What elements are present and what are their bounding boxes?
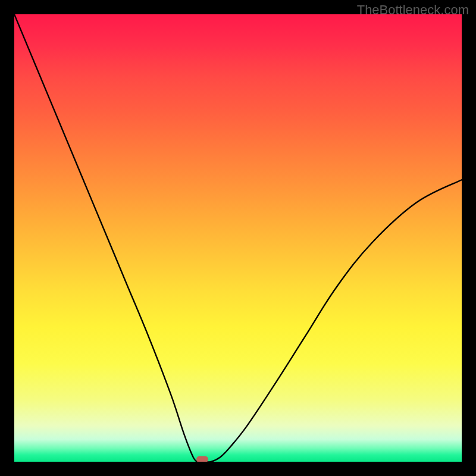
optimum-marker bbox=[196, 456, 208, 462]
bottleneck-curve bbox=[14, 14, 462, 462]
curve-svg bbox=[14, 14, 462, 462]
plot-area bbox=[14, 14, 462, 462]
watermark-text: TheBottleneck.com bbox=[357, 2, 469, 18]
